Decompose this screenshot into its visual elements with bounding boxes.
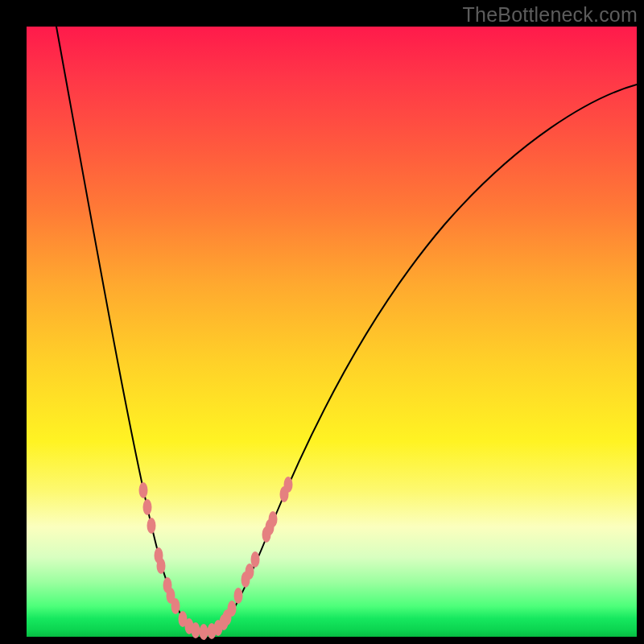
data-marker bbox=[234, 588, 243, 604]
data-marker bbox=[171, 598, 180, 614]
curve-paths bbox=[56, 27, 637, 632]
watermark-text: TheBottleneck.com bbox=[463, 3, 638, 27]
data-marker bbox=[157, 558, 166, 574]
data-marker bbox=[284, 477, 293, 493]
chart-frame: TheBottleneck.com bbox=[0, 0, 644, 644]
data-markers bbox=[139, 477, 293, 640]
data-marker bbox=[147, 518, 156, 534]
data-marker bbox=[143, 499, 152, 515]
curve-left-branch bbox=[56, 27, 209, 632]
data-marker bbox=[192, 622, 200, 638]
data-marker bbox=[269, 511, 278, 527]
curve-right-branch bbox=[209, 85, 637, 632]
data-marker bbox=[251, 551, 260, 568]
data-marker bbox=[228, 601, 237, 617]
data-marker bbox=[139, 482, 148, 498]
curve-layer bbox=[27, 27, 637, 637]
data-marker bbox=[200, 624, 208, 640]
